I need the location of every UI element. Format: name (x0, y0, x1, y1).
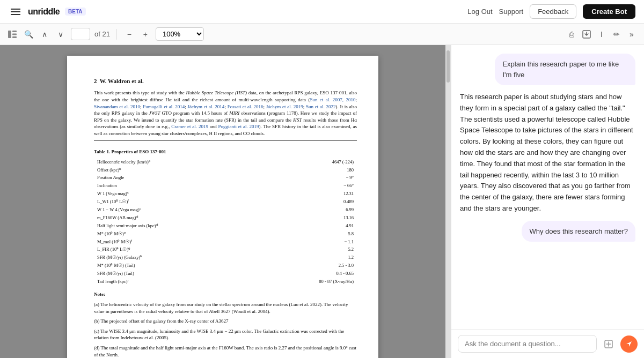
chat-message-user: Explain this research paper to me like I… (495, 54, 635, 85)
table-row: M* (10⁹ M☉)ᵉ5.8 (94, 230, 357, 238)
scrollbar[interactable] (445, 45, 451, 358)
logo: unriddle (28, 7, 60, 17)
more-options-icon[interactable]: » (626, 28, 638, 40)
scrollbar-thumb[interactable] (447, 50, 450, 83)
logout-link[interactable]: Log Out (467, 8, 492, 16)
send-button[interactable] (620, 335, 638, 353)
attach-icon[interactable] (601, 337, 616, 352)
chat-bubble-user: Explain this research paper to me like I… (495, 54, 635, 85)
download-icon[interactable] (581, 28, 592, 40)
beta-badge: BETA (65, 8, 85, 16)
feedback-button[interactable]: Feedback (530, 4, 576, 19)
table-row: m_F160W (AB mag)ᵈ13.16 (94, 214, 357, 222)
nav-left: unriddle BETA (9, 6, 86, 17)
table-notes: Note:(a) The heliocentric velocity of th… (94, 291, 357, 358)
pdf-page: 2 W. Waldron et al. This work presents t… (67, 56, 378, 358)
table-row: M_mol (10⁹ M☉)ᶠ~ 1.1 (94, 238, 357, 246)
zoom-select[interactable]: 100% 50% 75% 125% 150% 200% (156, 27, 204, 41)
chat-messages: Explain this research paper to me like I… (451, 45, 644, 329)
pdf-viewer[interactable]: 2 W. Waldron et al. This work presents t… (0, 45, 445, 358)
table-row: L_FIR (10⁹ L☉)ᵍ5.2 (94, 246, 357, 254)
table-note-item: (d) The total magnitude and the half lig… (94, 345, 357, 358)
prev-page-icon[interactable]: ∧ (39, 28, 50, 40)
top-navigation: unriddle BETA Log Out Support Feedback C… (0, 0, 644, 24)
pdf-paragraph-1: This work presents this type of study wi… (94, 89, 357, 137)
print-icon[interactable]: ⎙ (566, 28, 577, 40)
table-row: Offset (kpc)ᵇ180 (94, 166, 357, 174)
page-total: of 21 (94, 30, 110, 38)
support-link[interactable]: Support (499, 8, 524, 16)
hamburger-menu[interactable] (9, 6, 23, 17)
table-note-item: (b) The projected offset of the galaxy f… (94, 318, 357, 325)
nav-right: Log Out Support Feedback Create Bot (467, 4, 635, 19)
table-note-item: (a) The heliocentric velocity of the gal… (94, 301, 357, 315)
annotate-icon[interactable]: ✏ (611, 28, 623, 40)
pdf-page-header: 2 W. Waldron et al. (94, 77, 357, 85)
text-cursor-icon[interactable]: I (596, 28, 608, 40)
main-content: 2 W. Waldron et al. This work presents t… (0, 45, 644, 358)
table-row: Heliocentric velocity (km/s)ᵃ4647 (-224) (94, 158, 357, 166)
table-row: Tail length (kpc)ⁱ80 - 87 (X-ray/Hα) (94, 278, 357, 286)
chat-bubble-user: Why does this research matter? (522, 221, 635, 242)
zoom-in-icon[interactable]: + (140, 28, 151, 40)
separator (116, 29, 117, 40)
properties-table-wrapper: Table 1. Properties of ESO 137-001 Helio… (94, 140, 357, 358)
chat-message-user: Why does this research matter? (522, 221, 635, 242)
svg-rect-2 (12, 33, 17, 35)
chat-message-ai: This research paper is about studying st… (460, 92, 635, 214)
next-page-icon[interactable]: ∨ (55, 28, 67, 40)
table-row: SFR (M☉/yr) (Galaxy)ʰ1.2 (94, 254, 357, 262)
chat-bubble-ai: This research paper is about studying st… (460, 92, 635, 214)
table-row: W 1 − W 4 (Vega mag)ᶜ6.99 (94, 206, 357, 214)
chat-input[interactable] (458, 335, 597, 353)
sidebar-toggle-icon[interactable] (6, 28, 18, 40)
create-bot-button[interactable]: Create Bot (583, 4, 635, 19)
table-row: Position Angle~ 9° (94, 174, 357, 182)
chat-input-area (451, 329, 644, 358)
table-row: L_W1 (10⁸ L☉)ᶠ0.489 (94, 198, 357, 206)
table-row: SFR (M☉/yr) (Tail)0.4 - 0.65 (94, 270, 357, 278)
zoom-out-icon[interactable]: − (123, 28, 135, 40)
table-note-item: (c) The WISE 3.4 μm magnitude, luminosit… (94, 328, 357, 341)
chat-panel: Explain this research paper to me like I… (451, 45, 644, 358)
pdf-toolbar: 🔍 ∧ ∨ 2 of 21 − + 100% 50% 75% 125% 150%… (0, 24, 644, 45)
search-icon[interactable]: 🔍 (23, 28, 34, 40)
table-caption: Table 1. Properties of ESO 137-001 (94, 148, 357, 156)
page-number-input[interactable]: 2 (71, 28, 90, 40)
svg-rect-0 (8, 31, 11, 38)
properties-table: Table 1. Properties of ESO 137-001 Helio… (94, 148, 357, 286)
svg-rect-3 (12, 36, 17, 38)
table-row: Inclination~ 66° (94, 182, 357, 190)
table-row: Half light semi-major axis (kpc)ᵈ4.91 (94, 222, 357, 230)
table-row: W 1 (Vega mag)ᶜ12.31 (94, 190, 357, 198)
svg-rect-1 (12, 31, 17, 32)
toolbar-right: ⎙ I ✏ » (566, 28, 638, 40)
table-row: M* (10⁸ M☉) (Tail)2.5 - 3.0 (94, 262, 357, 270)
